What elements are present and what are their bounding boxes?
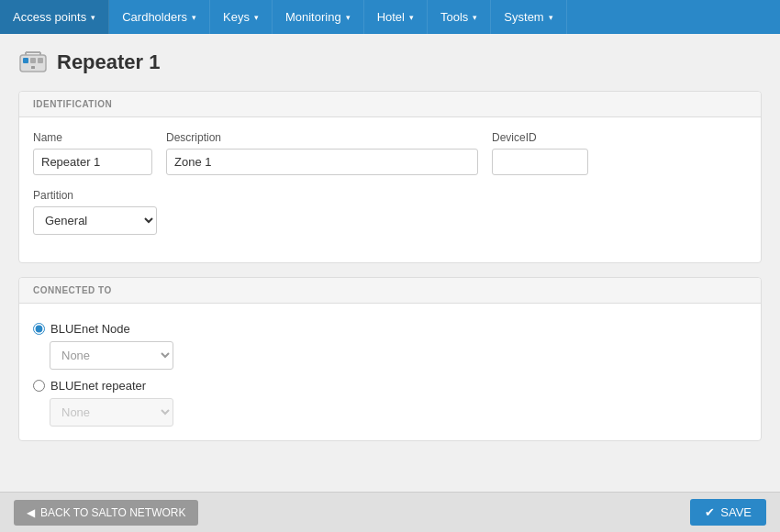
description-group: Description: [166, 131, 478, 175]
partition-select[interactable]: General: [33, 206, 157, 235]
identification-row-2: Partition General: [33, 189, 747, 235]
navbar-item-hotel[interactable]: Hotel ▾: [364, 0, 428, 34]
bluenet-node-radio[interactable]: [33, 323, 45, 335]
name-group: Name: [33, 131, 152, 175]
deviceid-group: DeviceID: [492, 131, 588, 175]
connected-to-header: CONNECTED TO: [19, 278, 761, 304]
description-label: Description: [166, 131, 478, 144]
identification-body: Name Description DeviceID Partition Gene…: [19, 117, 761, 262]
page-title: Repeater 1: [57, 50, 161, 74]
bluenet-node-label[interactable]: BLUEnet Node: [33, 322, 747, 336]
navbar-item-system[interactable]: System ▾: [491, 0, 566, 34]
navbar-label-tools: Tools: [440, 10, 468, 24]
chevron-down-icon: ▾: [473, 13, 477, 22]
connected-to-panel: CONNECTED TO BLUEnet Node None BLUEnet r…: [18, 277, 762, 441]
partition-group: Partition General: [33, 189, 157, 235]
chevron-down-icon: ▾: [549, 13, 553, 22]
navbar-label-monitoring: Monitoring: [285, 10, 341, 24]
chevron-down-icon: ▾: [254, 13, 259, 22]
navbar-item-keys[interactable]: Keys ▾: [210, 0, 273, 34]
bluenet-node-item: BLUEnet Node None: [33, 322, 747, 370]
identification-header: IDENTIFICATION: [19, 92, 761, 117]
back-label: BACK TO SALTO NETWORK: [40, 506, 185, 519]
deviceid-label: DeviceID: [492, 131, 588, 144]
identification-panel: IDENTIFICATION Name Description DeviceID: [18, 91, 762, 263]
partition-label: Partition: [33, 189, 157, 202]
bluenet-repeater-item: BLUEnet repeater None: [33, 379, 747, 427]
svg-rect-3: [38, 58, 43, 63]
description-input[interactable]: [166, 149, 478, 175]
svg-rect-2: [30, 58, 36, 63]
bluenet-node-select[interactable]: None: [50, 341, 173, 370]
chevron-down-icon: ▾: [346, 13, 351, 22]
connection-radio-group: BLUEnet Node None BLUEnet repeater None: [33, 317, 747, 427]
bluenet-repeater-radio[interactable]: [33, 380, 45, 392]
name-label: Name: [33, 131, 152, 144]
chevron-down-icon: ▾: [192, 13, 196, 22]
save-button[interactable]: ✔ SAVE: [690, 499, 766, 526]
navbar-item-monitoring[interactable]: Monitoring ▾: [273, 0, 364, 34]
chevron-down-icon: ▾: [91, 13, 95, 22]
name-input[interactable]: [33, 149, 152, 175]
back-button[interactable]: ◀ BACK TO SALTO NETWORK: [14, 500, 198, 526]
navbar-item-access-points[interactable]: Access points ▾: [0, 0, 109, 34]
page-title-area: Repeater 1: [18, 48, 762, 77]
navbar-label-system: System: [504, 10, 543, 24]
navbar-item-tools[interactable]: Tools ▾: [428, 0, 491, 34]
navbar-label-keys: Keys: [223, 10, 250, 24]
navbar-label-hotel: Hotel: [377, 10, 405, 24]
connected-to-body: BLUEnet Node None BLUEnet repeater None: [19, 304, 761, 440]
bluenet-repeater-label[interactable]: BLUEnet repeater: [33, 379, 747, 393]
navbar-label-cardholders: Cardholders: [122, 10, 187, 24]
bluenet-node-text: BLUEnet Node: [50, 322, 130, 336]
save-label: SAVE: [720, 505, 752, 519]
main-content: Repeater 1 IDENTIFICATION Name Descripti…: [0, 34, 780, 492]
footer: ◀ BACK TO SALTO NETWORK ✔ SAVE: [0, 492, 780, 532]
repeater-icon: [18, 48, 48, 77]
navbar-item-cardholders[interactable]: Cardholders ▾: [109, 0, 210, 34]
deviceid-input[interactable]: [492, 149, 588, 175]
navbar-label-access-points: Access points: [13, 10, 86, 24]
bluenet-repeater-select[interactable]: None: [50, 398, 173, 427]
identification-row-1: Name Description DeviceID: [33, 131, 747, 175]
bluenet-repeater-text: BLUEnet repeater: [50, 379, 146, 393]
svg-rect-7: [31, 66, 35, 69]
navbar: Access points ▾ Cardholders ▾ Keys ▾ Mon…: [0, 0, 780, 34]
checkmark-icon: ✔: [705, 505, 715, 519]
chevron-down-icon: ▾: [409, 13, 414, 22]
svg-rect-1: [23, 58, 28, 63]
back-arrow-icon: ◀: [27, 506, 35, 519]
